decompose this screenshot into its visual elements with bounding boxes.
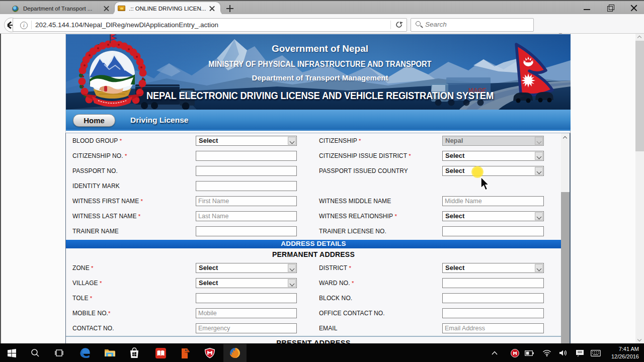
scroll-up-icon[interactable] [635, 34, 644, 41]
form-scrollbar[interactable] [561, 133, 570, 344]
trainer-license-no-input[interactable] [442, 226, 544, 236]
contact-no-input[interactable] [196, 324, 296, 333]
scroll-up-icon[interactable] [561, 133, 570, 142]
identity-mark-input[interactable] [196, 181, 297, 191]
ward-no-input[interactable] [443, 279, 543, 288]
mobile-no-input[interactable] [196, 308, 297, 318]
clock-date[interactable]: 12/26/2016 [611, 353, 639, 359]
tray-chevron-up-icon[interactable] [485, 344, 505, 362]
url-bar[interactable]: i 202.45.144.104/Nepal_DlReg/newDlApplic… [13, 18, 407, 32]
label-text: CITIZENSHIP NO. [72, 152, 123, 159]
district-select[interactable]: Select [442, 263, 544, 273]
mobile-no-input[interactable] [196, 309, 296, 318]
reload-icon[interactable] [395, 21, 403, 29]
field-label: BLOOD GROUP * [72, 137, 122, 144]
block-no-input[interactable] [442, 293, 544, 303]
search-bar[interactable]: Search [411, 18, 534, 32]
nav-home-button[interactable]: Home [73, 114, 115, 127]
reload-separator [390, 21, 391, 29]
window-scrollbar-thumb[interactable] [635, 41, 644, 151]
email-input[interactable] [443, 324, 543, 333]
form-row: MOBILE NO.*OFFICE CONTACT NO. [66, 306, 561, 321]
chevron-down-icon[interactable] [535, 264, 543, 272]
scroll-down-icon[interactable] [635, 336, 644, 343]
window-scrollbar[interactable] [635, 34, 644, 344]
keyboard-icon[interactable] [586, 344, 606, 362]
form-row: ZONE *SelectDISTRICT *Select [66, 260, 561, 276]
required-asterisk: * [350, 280, 354, 286]
nepali-app-icon[interactable] [174, 344, 197, 362]
page-info-icon[interactable]: i [20, 22, 28, 29]
chevron-down-icon[interactable] [288, 137, 296, 145]
office-contact-no-input[interactable] [442, 308, 544, 318]
url-text[interactable]: 202.45.144.104/Nepal_DlReg/newDlApplicat… [35, 21, 218, 29]
citizenship-no-input[interactable] [196, 151, 296, 160]
tab-close-icon[interactable] [208, 5, 216, 13]
volume-icon [554, 344, 572, 362]
witness-first-name-input[interactable] [196, 196, 297, 206]
new-tab-button[interactable] [225, 4, 235, 14]
firefox-icon[interactable] [223, 344, 247, 362]
tab-close-icon[interactable] [103, 5, 111, 13]
tab-online-driving-license[interactable]: .:: ONLINE DRIVING LICEN... [115, 2, 220, 15]
passport-issued-country-select[interactable]: Select [442, 166, 544, 176]
label-text: BLOCK NO. [319, 295, 352, 302]
windows-store-icon[interactable] [123, 344, 146, 362]
window-restore-button[interactable] [603, 1, 618, 15]
block-no-input[interactable] [443, 294, 543, 303]
form-row: WITNESS LAST NAME *WITNESS RELATIONSHIP … [66, 209, 561, 224]
office-contact-no-input[interactable] [443, 309, 543, 318]
witness-last-name-input[interactable] [196, 211, 297, 221]
blood-group-select[interactable]: Select [196, 136, 297, 146]
witness-middle-name-input[interactable] [443, 197, 543, 206]
passport-no-input[interactable] [196, 166, 297, 176]
trainer-name-input[interactable] [196, 226, 297, 236]
witness-last-name-input[interactable] [196, 212, 296, 221]
required-asterisk: * [108, 310, 111, 316]
taskbar-search-icon[interactable] [24, 344, 47, 362]
tole-input[interactable] [196, 293, 297, 303]
chevron-down-icon[interactable] [288, 264, 296, 272]
trainer-name-input[interactable] [196, 227, 296, 236]
edge-icon[interactable] [73, 344, 97, 362]
tole-input[interactable] [196, 294, 296, 303]
ward-no-input[interactable] [442, 278, 544, 288]
mcafee-icon[interactable] [198, 344, 221, 362]
form-scrollbar-thumb[interactable] [561, 192, 570, 344]
select-value: Select [199, 279, 218, 288]
passport-no-input[interactable] [196, 166, 296, 175]
file-explorer-icon[interactable] [98, 344, 121, 362]
zone-select[interactable]: Select [196, 263, 297, 273]
nav-driving-license[interactable]: Driving License [130, 114, 188, 127]
chevron-down-icon[interactable] [535, 167, 543, 175]
tab-department-of-transport[interactable]: Department of Transport ... [9, 2, 115, 15]
citizenship-select[interactable]: Nepal [442, 136, 544, 146]
window-minimize-button[interactable] [580, 1, 595, 15]
witness-relationship-select[interactable]: Select [442, 211, 544, 221]
window-close-button[interactable] [626, 1, 641, 15]
chevron-down-icon[interactable] [535, 152, 543, 160]
chevron-down-icon[interactable] [535, 212, 543, 220]
contact-no-input[interactable] [196, 323, 297, 333]
witness-middle-name-input[interactable] [442, 196, 544, 206]
label-text: BLOOD GROUP [72, 137, 118, 144]
village-select[interactable]: Select [196, 278, 297, 288]
chevron-down-icon[interactable] [288, 279, 296, 287]
trainer-license-no-input[interactable] [443, 227, 543, 236]
chevron-down-icon[interactable] [535, 137, 543, 145]
field-label: WITNESS FIRST NAME * [72, 198, 143, 205]
task-view-icon[interactable] [47, 344, 70, 362]
label-text: TOLE [72, 295, 89, 302]
citizenship-issue-district-select[interactable]: Select [442, 151, 544, 161]
form-row: CITIZENSHIP NO. *CITIZENSHIP ISSUE DISTR… [66, 148, 561, 163]
start-button[interactable] [0, 344, 23, 362]
identity-mark-input[interactable] [196, 182, 296, 191]
citizenship-no-input[interactable] [196, 151, 297, 161]
ebook-app-icon[interactable] [149, 344, 172, 362]
witness-first-name-input[interactable] [196, 197, 296, 206]
required-asterisk: * [137, 213, 141, 219]
section-divider [66, 336, 561, 337]
select-value: Select [445, 212, 464, 221]
email-input[interactable] [442, 323, 544, 333]
clock-time[interactable]: 7:41 AM [619, 346, 639, 352]
